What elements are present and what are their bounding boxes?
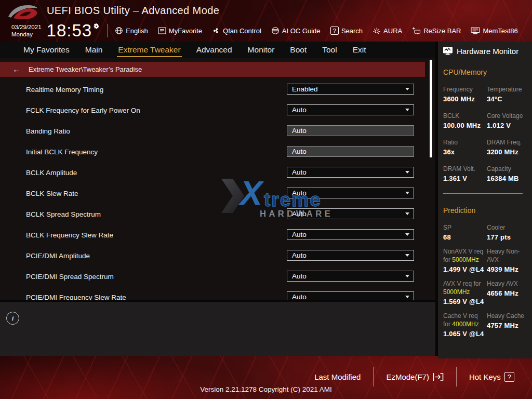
info-icon: i: [6, 312, 19, 325]
setting-dropdown[interactable]: Auto: [287, 104, 414, 115]
hm-pair-group: Ratio36x DRAM Freq.3200 MHz: [443, 138, 532, 156]
hot-keys-button[interactable]: Hot Keys ?: [457, 372, 527, 382]
setting-dropdown[interactable]: Auto: [287, 291, 414, 300]
prediction-entry: AVX V req for 5000MHz 1.569 V @L4 Heavy …: [443, 280, 532, 305]
gear-icon[interactable]: [93, 23, 100, 30]
settings-panel: ← Extreme Tweaker\Tweaker’s Paradise Rea…: [0, 58, 435, 300]
search-icon: ?: [330, 26, 339, 35]
question-icon: ?: [504, 372, 514, 382]
setting-row: Banding Ratio Auto: [0, 121, 435, 141]
bios-screen: UEFI BIOS Utility – Advanced Mode 03/29/…: [0, 0, 532, 399]
setting-dropdown[interactable]: Auto: [287, 188, 414, 198]
toolbar-divider: [108, 24, 108, 37]
setting-dropdown[interactable]: Enabled: [287, 84, 414, 95]
breadcrumb: ← Extreme Tweaker\Tweaker’s Paradise: [0, 62, 425, 77]
setting-label: PCIE/DMI Frequency Slew Rate: [26, 294, 126, 301]
toolbar-item-memtest86[interactable]: MemTest86: [471, 27, 517, 35]
setting-row: Realtime Memory Timing Enabled: [0, 79, 435, 100]
setting-dropdown[interactable]: Auto: [287, 250, 414, 261]
toolbar-item-search[interactable]: ? Search: [330, 26, 363, 35]
qfan-icon: [212, 26, 220, 35]
prediction-entry: Cache V req for 4000MHz 1.065 V @L4 Heav…: [443, 312, 532, 338]
prediction-section-title: Prediction: [443, 206, 532, 215]
toolbar-item-resize-bar[interactable]: ReSize BAR: [412, 26, 461, 35]
setting-row: FCLK Frequency for Early Power On Auto: [0, 100, 435, 121]
hm-pair-group: SP68 Cooler177 pts: [443, 223, 532, 241]
tab-tool[interactable]: Tool: [321, 43, 338, 57]
freq-highlight: 4000MHz: [452, 321, 478, 328]
toolbar-item-qfan-control[interactable]: Qfan Control: [212, 26, 261, 35]
setting-input-disabled: Auto: [287, 125, 414, 136]
setting-input-disabled: Auto: [287, 146, 414, 157]
back-arrow-icon[interactable]: ←: [12, 65, 21, 74]
chevron-down-icon: [405, 88, 409, 90]
setting-dropdown[interactable]: Auto: [287, 271, 414, 282]
tab-main[interactable]: Main: [84, 43, 104, 57]
setting-label: Initial BCLK Frequency: [26, 148, 98, 156]
hardware-monitor-header: Hardware Monitor: [443, 46, 532, 56]
setting-label: PCIE/DMI Amplitude: [26, 252, 90, 260]
toolbar-item-myfavorite[interactable]: MyFavorite: [158, 27, 202, 35]
setting-row: Initial BCLK Frequency Auto: [0, 141, 435, 162]
chevron-down-icon: [405, 192, 409, 194]
setting-label: BCLK Frequency Slew Rate: [26, 231, 113, 239]
chevron-down-icon: [405, 275, 409, 277]
setting-row: PCIE/DMI Amplitude Auto: [0, 245, 435, 266]
setting-label: BCLK Amplitude: [26, 169, 77, 177]
titlebar: UEFI BIOS Utility – Advanced Mode: [0, 0, 219, 21]
setting-dropdown[interactable]: Auto: [287, 167, 414, 178]
setting-row: BCLK Slew Rate Auto: [0, 183, 435, 204]
setting-row: PCIE/DMI Spread Spectrum Auto: [0, 266, 435, 287]
toolbar-item-aura[interactable]: AURA: [373, 26, 402, 35]
setting-dropdown[interactable]: Auto: [287, 208, 414, 219]
aura-icon: [373, 26, 381, 35]
globe-icon: [115, 26, 123, 35]
breadcrumb-path: Extreme Tweaker\Tweaker’s Paradise: [29, 65, 142, 73]
toolbar: 03/29/2021 Monday 18:53 English MyFavori…: [0, 20, 532, 42]
ezmode-button[interactable]: EzMode(F7): [374, 373, 456, 381]
setting-label: FCLK Frequency for Early Power On: [26, 107, 140, 114]
footer-nav: Last Modified EzMode(F7) Hot Keys ?: [302, 367, 527, 387]
chevron-down-icon: [405, 171, 409, 174]
footer: Last Modified EzMode(F7) Hot Keys ? Vers…: [0, 356, 532, 399]
scrollbar[interactable]: [430, 60, 432, 157]
hm-pair-group: Frequency3600 MHz Temperature34°C: [443, 85, 532, 103]
setting-label: PCIE/DMI Spread Spectrum: [26, 273, 114, 281]
hm-pair-group: BCLK100.00 MHz Core Voltage1.012 V: [443, 112, 532, 129]
version-text: Version 2.21.1278 Copyright (C) 2021 AMI: [0, 385, 532, 393]
setting-dropdown[interactable]: Auto: [287, 229, 414, 240]
setting-row: PCIE/DMI Frequency Slew Rate Auto: [0, 287, 435, 300]
tab-extreme-tweaker[interactable]: Extreme Tweaker: [117, 43, 181, 57]
setting-row: BCLK Frequency Slew Rate Auto: [0, 224, 435, 245]
toolbar-item-ai-oc-guide[interactable]: AI OC Guide: [271, 26, 321, 35]
resize-bar-icon: [412, 26, 421, 35]
setting-row: BCLK Amplitude Auto: [0, 162, 435, 183]
tab-exit[interactable]: Exit: [352, 43, 367, 57]
hardware-monitor-panel: Hardware Monitor CPU/Memory Frequency360…: [438, 42, 532, 358]
ezmode-exit-icon: [433, 373, 444, 381]
setting-label: Banding Ratio: [26, 127, 70, 135]
toolbar-item-english[interactable]: English: [115, 26, 148, 35]
settings-rows: Realtime Memory Timing Enabled FCLK Freq…: [0, 79, 435, 300]
tab-monitor[interactable]: Monitor: [247, 43, 276, 57]
chevron-down-icon: [405, 109, 409, 111]
clock: 18:53: [47, 21, 100, 40]
hm-pair-group: DRAM Volt.1.361 V Capacity16384 MB: [443, 165, 532, 182]
datetime: 03/29/2021 Monday: [11, 23, 42, 38]
tab-advanced[interactable]: Advanced: [195, 43, 233, 57]
monitor-icon: [443, 46, 453, 56]
rog-logo-icon: [6, 2, 38, 21]
info-panel: i: [0, 300, 435, 356]
prediction-entry: NonAVX V req for 5000MHz 1.499 V @L4 Hea…: [443, 247, 532, 273]
freq-highlight: 5000MHz: [452, 256, 478, 263]
divider: [443, 193, 523, 194]
last-modified-button[interactable]: Last Modified: [302, 373, 373, 381]
hardware-monitor-title: Hardware Monitor: [457, 47, 518, 56]
ai-oc-icon: [271, 26, 280, 35]
tab-my-favorites[interactable]: My Favorites: [22, 43, 71, 57]
myfavorite-icon: [158, 27, 166, 34]
setting-label: BCLK Slew Rate: [26, 190, 78, 197]
tab-boot[interactable]: Boot: [289, 43, 308, 57]
toolbar-items: English MyFavorite Qfan Control AI OC Gu…: [115, 26, 518, 35]
cpu-memory-section-title: CPU/Memory: [443, 68, 532, 76]
